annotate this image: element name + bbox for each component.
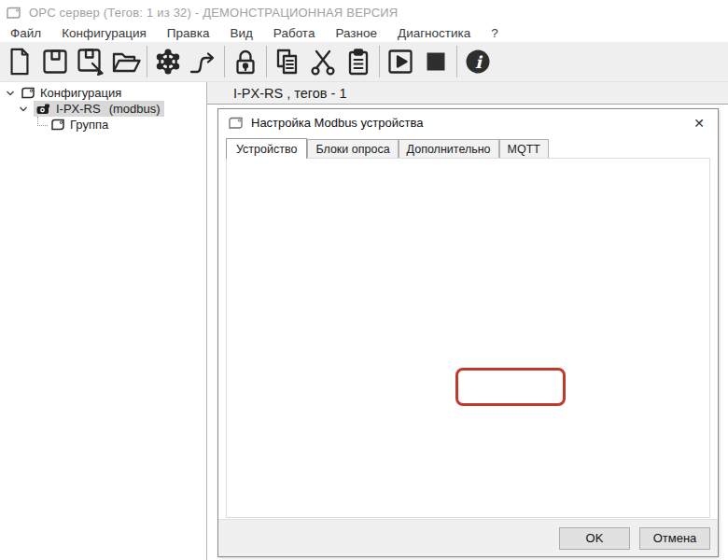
toolbar-separator (456, 46, 457, 77)
copy-button[interactable] (270, 43, 305, 80)
menu-diagnostics[interactable]: Диагностика (387, 26, 481, 40)
tree-item-device[interactable]: I-PX-RS (modbus) (0, 101, 206, 117)
save-icon (40, 47, 70, 77)
menu-edit[interactable]: Правка (157, 26, 220, 40)
app-window: OPC сервер (Тегов: 1 из 32) - ДЕМОНСТРАЦ… (0, 0, 728, 560)
configuration-tree: Конфигурация I-PX-RS (modbus) Группа (0, 82, 207, 560)
paste-button[interactable] (341, 43, 376, 80)
dialog-titlebar[interactable]: Настройка Modbus устройства ✕ (218, 109, 718, 136)
toolbar-separator (224, 46, 225, 77)
new-file-button[interactable] (2, 43, 37, 80)
dialog-title: Настройка Modbus устройства (251, 116, 423, 130)
info-icon: i (463, 47, 493, 77)
device-icon (35, 102, 51, 116)
connect-route-button[interactable] (186, 43, 221, 80)
tab-additional[interactable]: Дополнительно (399, 139, 499, 158)
tab-poll-blocks[interactable]: Блоки опроса (307, 139, 398, 158)
open-folder-icon (110, 47, 142, 77)
tab-mqtt[interactable]: MQTT (499, 139, 549, 158)
tree-selection[interactable]: I-PX-RS (modbus) (34, 101, 164, 117)
dialog-button-bar: OK Отмена (218, 519, 718, 556)
toolbar-separator (147, 46, 147, 77)
window-titlebar: OPC сервер (Тегов: 1 из 32) - ДЕМОНСТРАЦ… (0, 0, 728, 24)
start-icon (385, 47, 415, 77)
device-tags-title: I-PX-RS , тегов - 1 (233, 86, 347, 101)
menu-view[interactable]: Вид (219, 26, 262, 40)
tab-device[interactable]: Устройство (226, 138, 307, 159)
menu-file[interactable]: Файл (0, 26, 51, 40)
tab-page-frame (226, 158, 710, 518)
dialog-tabs: Устройство Блоки опроса Дополнительно MQ… (226, 138, 710, 158)
menu-bar: Файл Конфигурация Правка Вид Работа Разн… (0, 24, 728, 42)
ok-button[interactable]: OK (559, 527, 630, 550)
connect-route-icon (188, 47, 219, 77)
save-as-icon (76, 47, 105, 77)
group-tag-icon (21, 86, 35, 100)
cancel-button[interactable]: Отмена (639, 527, 710, 550)
toolbar-separator (266, 46, 267, 77)
chevron-down-icon[interactable] (6, 89, 17, 98)
copy-icon (273, 47, 302, 77)
app-tag-icon (6, 6, 21, 20)
lock-button[interactable] (228, 43, 263, 80)
group-tag-icon (50, 118, 65, 132)
tree-item-group[interactable]: Группа (0, 117, 206, 133)
tree-connector (37, 117, 48, 126)
save-as-button[interactable] (73, 43, 108, 80)
menu-work[interactable]: Работа (263, 26, 326, 40)
info-button[interactable]: i (460, 43, 496, 80)
start-button[interactable] (383, 43, 418, 80)
cut-icon (308, 47, 338, 77)
new-file-icon (6, 46, 34, 77)
tree-item-label: Группа (70, 118, 108, 132)
menu-configuration[interactable]: Конфигурация (51, 26, 157, 40)
lock-icon (231, 47, 260, 77)
tree-item-label: Конфигурация (40, 86, 121, 100)
menu-help[interactable]: ? (481, 26, 509, 40)
stop-icon (421, 47, 451, 77)
save-button[interactable] (37, 43, 73, 80)
window-title: OPC сервер (Тегов: 1 из 32) - ДЕМОНСТРАЦ… (29, 6, 398, 20)
network-settings-icon (153, 47, 183, 77)
open-folder-button[interactable] (108, 43, 144, 80)
toolbar-separator (379, 46, 380, 77)
chevron-down-icon[interactable] (19, 105, 30, 114)
modbus-settings-dialog: Настройка Modbus устройства ✕ Устройство… (217, 108, 719, 557)
tree-item-configuration[interactable]: Конфигурация (0, 85, 206, 101)
menu-misc[interactable]: Разное (325, 26, 387, 40)
content-header: I-PX-RS , тегов - 1 (207, 82, 728, 105)
network-settings-button[interactable] (150, 43, 186, 80)
close-icon[interactable]: ✕ (690, 116, 708, 131)
dialog-tag-icon (228, 116, 244, 130)
cut-button[interactable] (305, 43, 341, 80)
tree-item-label: I-PX-RS (56, 102, 101, 116)
tree-item-suffix: (modbus) (109, 102, 161, 116)
toolbar: i (0, 42, 728, 82)
rtu-highlight-annotation (455, 368, 566, 406)
paste-icon (343, 47, 373, 77)
stop-button[interactable] (418, 43, 454, 80)
